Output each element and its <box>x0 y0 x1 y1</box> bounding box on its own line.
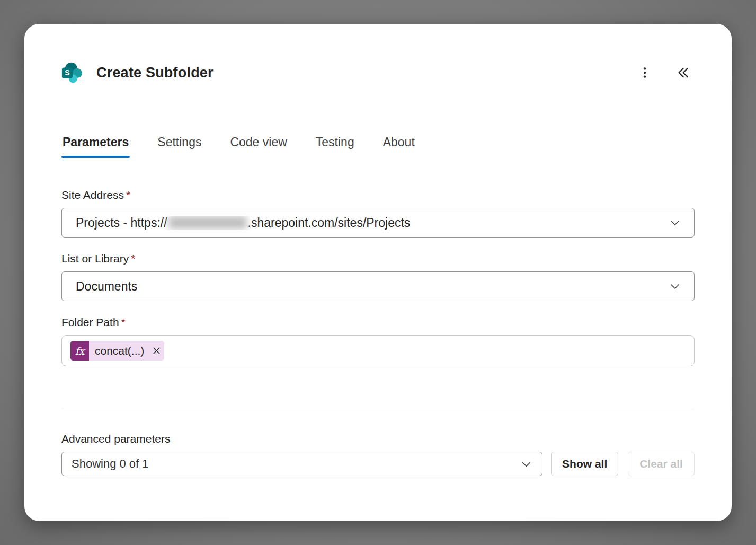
site-address-value-suffix: .sharepoint.com/sites/Projects <box>248 216 411 230</box>
remove-token-button[interactable] <box>148 341 164 361</box>
tab-parameters[interactable]: Parameters <box>61 134 130 158</box>
expression-token-label: concat(...) <box>89 345 148 357</box>
chevron-down-icon <box>520 458 532 470</box>
double-chevron-left-icon <box>675 65 691 81</box>
site-address-label-text: Site Address <box>61 189 124 201</box>
list-or-library-value: Documents <box>76 279 137 294</box>
list-or-library-label-text: List or Library <box>61 252 129 265</box>
field-list-or-library: List or Library* Documents <box>61 252 695 301</box>
clear-all-button[interactable]: Clear all <box>628 452 695 476</box>
site-address-value: Projects - https://.sharepoint.com/sites… <box>76 216 410 230</box>
action-config-panel: S Create Subfolder Parameters Settings C… <box>24 24 732 521</box>
svg-text:S: S <box>65 68 69 77</box>
site-address-label: Site Address* <box>61 189 695 201</box>
panel-header: S Create Subfolder <box>61 61 695 84</box>
show-all-button[interactable]: Show all <box>551 452 618 476</box>
panel-title: Create Subfolder <box>96 65 214 81</box>
required-asterisk: * <box>126 189 130 201</box>
tab-about[interactable]: About <box>382 134 416 158</box>
more-options-button[interactable] <box>633 61 656 84</box>
advanced-parameters-summary: Showing 0 of 1 <box>72 457 149 471</box>
site-address-dropdown[interactable]: Projects - https://.sharepoint.com/sites… <box>61 208 695 238</box>
tab-code-view[interactable]: Code view <box>229 134 288 158</box>
required-asterisk: * <box>121 316 126 328</box>
folder-path-input[interactable]: fx concat(...) <box>61 335 695 366</box>
field-site-address: Site Address* Projects - https://.sharep… <box>61 189 695 238</box>
close-icon <box>152 346 161 355</box>
redacted-tenant-name <box>168 216 247 229</box>
list-or-library-dropdown[interactable]: Documents <box>61 271 695 301</box>
advanced-parameters-row: Showing 0 of 1 Show all Clear all <box>61 452 695 476</box>
advanced-parameters-dropdown[interactable]: Showing 0 of 1 <box>61 452 542 476</box>
sharepoint-icon: S <box>61 61 84 84</box>
required-asterisk: * <box>131 252 135 265</box>
desktop-background: { "header": { "title": "Create Subfolder… <box>0 0 756 545</box>
tab-testing[interactable]: Testing <box>315 134 355 158</box>
list-or-library-label: List or Library* <box>61 252 695 265</box>
section-divider <box>61 409 695 409</box>
more-vertical-icon <box>638 66 652 80</box>
advanced-parameters-label: Advanced parameters <box>61 433 695 445</box>
tab-settings[interactable]: Settings <box>156 134 202 158</box>
chevron-down-icon <box>669 216 681 229</box>
fx-expression-icon: fx <box>70 341 89 361</box>
field-folder-path: Folder Path* fx concat(...) <box>61 316 695 366</box>
site-address-value-prefix: Projects - https:// <box>76 216 167 230</box>
folder-path-label: Folder Path* <box>61 316 695 329</box>
expression-token[interactable]: fx concat(...) <box>70 341 164 361</box>
chevron-down-icon <box>669 280 681 293</box>
collapse-panel-button[interactable] <box>671 61 695 84</box>
tab-bar: Parameters Settings Code view Testing Ab… <box>61 134 695 158</box>
folder-path-label-text: Folder Path <box>61 316 119 328</box>
